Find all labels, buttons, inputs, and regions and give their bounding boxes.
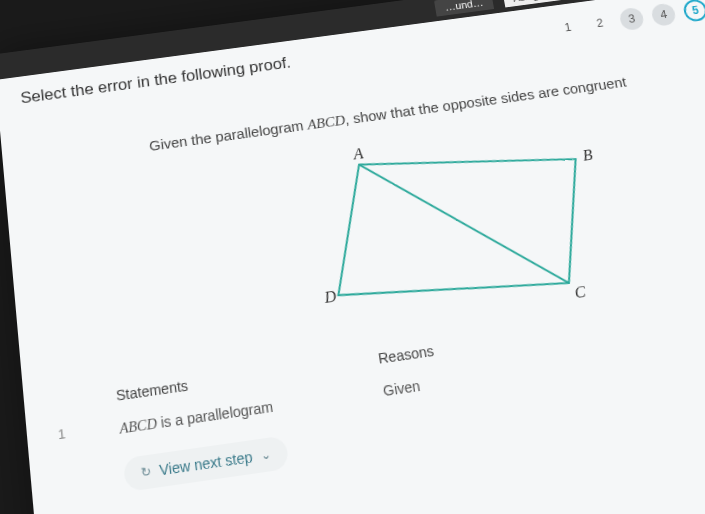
reason-1[interactable]: Given xyxy=(381,369,441,405)
parallelogram-outline xyxy=(320,136,598,315)
vertex-label-a: A xyxy=(351,144,365,162)
vertex-label-c: C xyxy=(573,282,588,301)
refresh-icon: ↻ xyxy=(140,464,152,480)
chevron-down-icon: ⌄ xyxy=(260,447,272,463)
statement-1-text: is a parallelogram xyxy=(156,398,274,431)
vertex-label-d: D xyxy=(322,287,337,306)
question-nav-4[interactable]: 4 xyxy=(650,3,677,27)
proof-row-number-1: 1 xyxy=(57,426,66,443)
given-prefix: Given the parallelogram xyxy=(148,117,308,154)
reasons-heading: Reasons xyxy=(377,343,435,367)
view-next-step-button[interactable]: ↻ View next step ⌄ xyxy=(123,435,290,492)
statement-1-math: ABCD xyxy=(119,416,158,437)
app-screen: …und… Assignment review… Select the erro… xyxy=(0,0,705,514)
question-nav-2[interactable]: 2 xyxy=(586,11,613,35)
question-nav-3[interactable]: 3 xyxy=(618,7,645,31)
question-nav-5-current[interactable]: 5 xyxy=(682,0,705,23)
parallelogram-figure: A B C D xyxy=(298,112,641,338)
statements-column: Statements ABCD is a parallelogram ↻ Vie… xyxy=(115,351,392,492)
given-math: ABCD xyxy=(306,112,346,132)
vertex-label-b: B xyxy=(581,146,594,164)
question-nav-1[interactable]: 1 xyxy=(555,15,582,40)
view-next-label: View next step xyxy=(158,449,253,479)
